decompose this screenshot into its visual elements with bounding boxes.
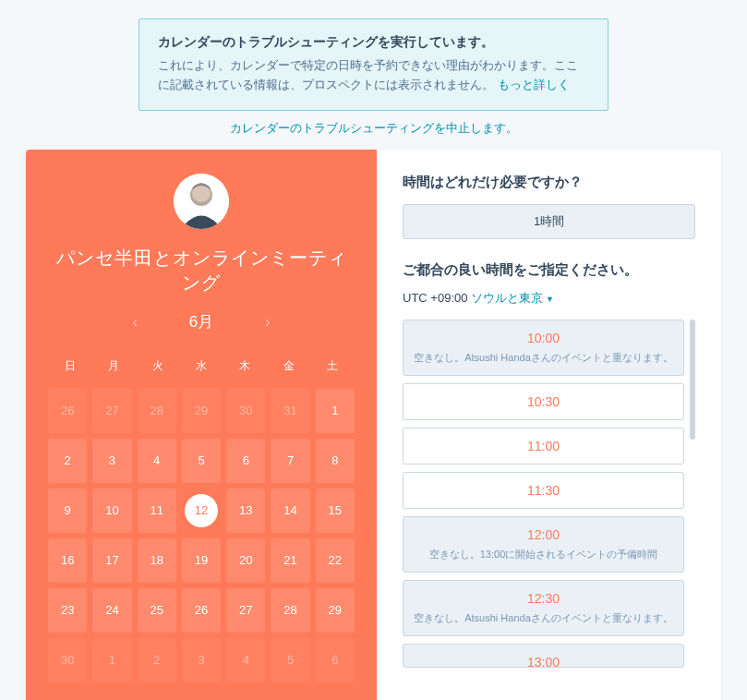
time-slot-busy: 12:00空きなし。13:00に開始されるイベントの予備時間 (403, 516, 684, 573)
calendar-grid: 2627282930311234567891011121314151617181… (48, 389, 355, 682)
prev-month-button[interactable]: ‹ (125, 310, 144, 334)
calendar-day: 6 (316, 638, 355, 682)
calendar-day: 5 (271, 638, 309, 682)
slot-time: 10:00 (414, 331, 673, 345)
calendar-day[interactable]: 16 (48, 538, 87, 583)
duration-question: 時間はどれだけ必要ですか？ (403, 174, 695, 191)
calendar-day[interactable]: 26 (182, 588, 221, 633)
month-label: 6月 (189, 311, 213, 332)
calendar-day[interactable]: 6 (226, 439, 265, 483)
calendar-day[interactable]: 17 (92, 538, 131, 583)
calendar-day[interactable]: 5 (182, 439, 221, 483)
time-slot-busy: 12:30空きなし。Atsushi Handaさんのイベントと重なります。 (403, 580, 684, 636)
stop-troubleshoot-link[interactable]: カレンダーのトラブルシューティングを中止します。 (0, 120, 747, 137)
host-avatar (174, 174, 229, 229)
weekday-label: 日 (48, 353, 91, 380)
calendar-day[interactable]: 2 (48, 439, 87, 483)
weekday-label: 水 (179, 353, 223, 380)
calendar-day[interactable]: 27 (226, 588, 265, 633)
weekday-label: 土 (311, 353, 355, 380)
slot-busy-reason: 空きなし。13:00に開始されるイベントの予備時間 (414, 548, 673, 561)
time-slot-busy: 10:00空きなし。Atsushi Handaさんのイベントと重なります。 (403, 320, 684, 376)
calendar-day: 1 (92, 638, 131, 682)
scheduler-card: パンセ半田とオンラインミーティング ‹ 6月 › 日月火水木金土 2627282… (26, 150, 721, 700)
calendar-day[interactable]: 3 (92, 439, 131, 483)
calendar-day[interactable]: 29 (316, 588, 355, 633)
calendar-day: 30 (48, 638, 87, 682)
calendar-day[interactable]: 25 (138, 588, 176, 633)
calendar-day[interactable]: 1 (316, 389, 355, 433)
notice-more-link[interactable]: もっと詳しく (498, 78, 570, 91)
weekday-header: 日月火水木金土 (48, 353, 355, 380)
weekday-label: 月 (91, 353, 135, 380)
weekday-label: 木 (223, 353, 267, 380)
calendar-day: 4 (226, 638, 265, 682)
calendar-day: 28 (138, 389, 176, 433)
calendar-day[interactable]: 22 (316, 538, 355, 583)
calendar-day: 2 (138, 638, 176, 682)
calendar-day: 26 (48, 389, 87, 433)
calendar-day: 27 (92, 389, 131, 433)
slot-busy-reason: 空きなし。Atsushi Handaさんのイベントと重なります。 (414, 351, 673, 365)
duration-selector[interactable]: 1時間 (403, 204, 695, 239)
calendar-day: 29 (182, 389, 221, 433)
calendar-day[interactable]: 18 (138, 538, 176, 583)
calendar-day[interactable]: 21 (271, 538, 309, 583)
calendar-day[interactable]: 11 (138, 489, 176, 533)
slot-time: 12:30 (414, 591, 673, 606)
calendar-day[interactable]: 13 (226, 489, 265, 533)
weekday-label: 火 (136, 353, 179, 380)
weekday-label: 金 (267, 353, 310, 380)
calendar-day: 31 (271, 389, 309, 433)
calendar-panel: パンセ半田とオンラインミーティング ‹ 6月 › 日月火水木金土 2627282… (26, 150, 377, 700)
time-question: ご都合の良い時間をご指定ください。 (403, 261, 695, 279)
calendar-day[interactable]: 10 (92, 489, 131, 533)
time-slot-busy: 13:00 (403, 644, 684, 668)
calendar-day[interactable]: 8 (316, 439, 355, 483)
notice-title: カレンダーのトラブルシューティングを実行しています。 (158, 34, 589, 51)
calendar-day[interactable]: 19 (182, 538, 221, 583)
calendar-day: 3 (182, 638, 221, 682)
time-slot[interactable]: 10:30 (403, 383, 684, 420)
calendar-day[interactable]: 20 (226, 538, 265, 583)
meeting-title: パンセ半田とオンラインミーティング (48, 246, 355, 296)
next-month-button[interactable]: › (258, 310, 277, 334)
scrollbar-thumb[interactable] (690, 320, 695, 440)
time-panel: 時間はどれだけ必要ですか？ 1時間 ご都合の良い時間をご指定ください。 UTC … (377, 150, 721, 700)
calendar-day[interactable]: 14 (271, 489, 309, 533)
time-slots-list: 10:00空きなし。Atsushi Handaさんのイベントと重なります。10:… (403, 320, 684, 668)
slot-time: 10:30 (414, 394, 673, 409)
notice-body: これにより、カレンダーで特定の日時を予約できない理由がわかります。ここに記載され… (158, 56, 589, 95)
calendar-day[interactable]: 28 (271, 588, 309, 633)
time-slot[interactable]: 11:30 (403, 472, 684, 509)
timezone-selector[interactable]: UTC +09:00 ソウルと東京▼ (403, 290, 695, 307)
slot-time: 13:00 (414, 655, 673, 668)
calendar-day[interactable]: 12 (185, 494, 218, 527)
slot-time: 11:30 (414, 483, 673, 498)
calendar-day[interactable]: 23 (48, 588, 87, 633)
slot-busy-reason: 空きなし。Atsushi Handaさんのイベントと重なります。 (414, 611, 673, 625)
calendar-day[interactable]: 24 (92, 588, 131, 633)
chevron-down-icon: ▼ (546, 295, 554, 304)
calendar-day[interactable]: 7 (271, 439, 309, 483)
calendar-day[interactable]: 4 (138, 439, 176, 483)
calendar-day[interactable]: 9 (48, 489, 87, 533)
troubleshoot-notice: カレンダーのトラブルシューティングを実行しています。 これにより、カレンダーで特… (139, 18, 608, 111)
slot-time: 12:00 (414, 527, 673, 542)
time-slot[interactable]: 11:00 (403, 428, 684, 465)
calendar-day: 30 (226, 389, 265, 433)
calendar-day[interactable]: 15 (316, 489, 355, 533)
slot-time: 11:00 (414, 439, 673, 453)
